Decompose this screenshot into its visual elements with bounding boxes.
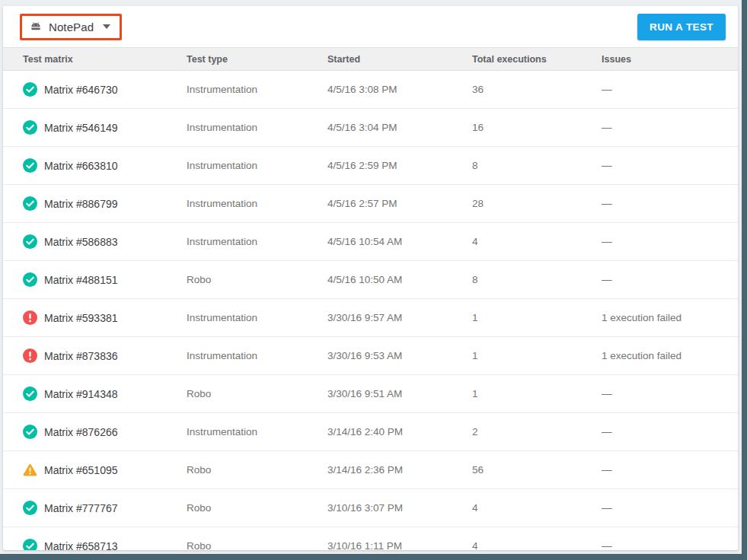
test-type-cell: Robo [187,502,327,514]
table-row[interactable]: Matrix #876266 Instrumentation 3/14/16 2… [3,413,738,451]
test-type-cell: Robo [187,540,327,550]
test-type-cell: Robo [187,464,327,476]
issues-cell: — [602,84,738,95]
issues-cell: — [602,236,738,247]
started-cell: 3/14/16 2:36 PM [327,464,472,476]
table-row[interactable]: Matrix #658713 Robo 3/10/16 1:11 PM 4 — [3,527,738,550]
test-type-cell: Robo [187,388,327,399]
test-type-cell: Instrumentation [187,160,327,171]
column-header-started: Started [327,54,472,65]
table-row[interactable]: Matrix #488151 Robo 4/5/16 10:50 AM 8 — [3,261,738,299]
test-type-cell: Instrumentation [187,122,327,133]
test-type-cell: Instrumentation [187,84,327,95]
started-cell: 4/5/16 2:59 PM [327,160,472,171]
matrix-name: Matrix #777767 [44,502,118,514]
total-executions-cell: 1 [472,388,602,399]
test-matrices-panel: NotePad RUN A TEST Test matrix Test type… [3,6,738,550]
started-cell: 3/10/16 3:07 PM [327,502,472,514]
issues-cell: — [602,160,738,171]
matrix-name: Matrix #658713 [44,540,118,551]
table-row[interactable]: Matrix #651095 Robo 3/14/16 2:36 PM 56 — [3,451,738,489]
total-executions-cell: 4 [472,502,602,514]
total-executions-cell: 28 [472,198,602,209]
issues-cell: — [602,388,738,399]
matrix-name: Matrix #646730 [44,84,118,96]
test-type-cell: Instrumentation [187,198,327,209]
matrix-name: Matrix #886799 [44,198,118,210]
total-executions-cell: 16 [472,122,602,133]
column-header-test-matrix: Test matrix [23,54,187,65]
table-row[interactable]: Matrix #873836 Instrumentation 3/30/16 9… [3,337,738,375]
matrix-name: Matrix #488151 [44,274,118,286]
table-row[interactable]: Matrix #593381 Instrumentation 3/30/16 9… [3,299,738,337]
test-type-cell: Instrumentation [187,236,327,247]
started-cell: 3/30/16 9:57 AM [327,312,472,323]
issues-cell: 1 execution failed [602,350,738,361]
app-selector-dropdown[interactable]: NotePad [22,16,120,38]
success-icon [23,425,37,439]
started-cell: 3/30/16 9:51 AM [327,388,472,399]
total-executions-cell: 1 [472,312,602,323]
warning-icon [23,463,37,477]
matrix-name: Matrix #663810 [44,160,118,172]
error-icon [23,348,37,363]
test-type-cell: Instrumentation [187,312,327,323]
total-executions-cell: 4 [472,540,602,550]
table-row[interactable]: Matrix #914348 Robo 3/30/16 9:51 AM 1 — [3,375,738,413]
total-executions-cell: 8 [472,274,602,285]
success-icon [23,387,37,401]
matrix-name: Matrix #873836 [44,350,118,362]
issues-cell: — [602,122,738,133]
total-executions-cell: 36 [472,84,602,95]
chevron-down-icon [103,24,110,29]
table-row[interactable]: Matrix #586883 Instrumentation 4/5/16 10… [3,223,738,261]
started-cell: 3/30/16 9:53 AM [327,350,472,361]
matrix-name: Matrix #593381 [44,312,118,324]
column-header-issues: Issues [602,54,738,65]
success-icon [23,120,37,135]
started-cell: 3/14/16 2:40 PM [327,426,472,438]
matrix-name: Matrix #651095 [44,464,118,476]
success-icon [23,234,37,249]
started-cell: 4/5/16 3:08 PM [327,84,472,95]
started-cell: 4/5/16 10:54 AM [327,236,472,247]
issues-cell: — [602,502,738,514]
test-type-cell: Instrumentation [187,426,327,438]
table-row[interactable]: Matrix #546149 Instrumentation 4/5/16 3:… [3,109,738,147]
issues-cell: — [602,198,738,209]
toolbar: NotePad RUN A TEST [3,6,738,47]
column-header-test-type: Test type [187,54,327,65]
issues-cell: — [602,464,738,476]
total-executions-cell: 8 [472,160,602,171]
matrix-name: Matrix #586883 [44,236,118,248]
total-executions-cell: 4 [472,236,602,247]
run-a-test-button[interactable]: RUN A TEST [637,14,726,40]
started-cell: 4/5/16 2:57 PM [327,198,472,209]
issues-cell: — [602,274,738,285]
test-type-cell: Robo [187,274,327,285]
test-type-cell: Instrumentation [187,350,327,361]
screenshot-frame: NotePad RUN A TEST Test matrix Test type… [0,0,747,560]
android-icon [29,21,43,33]
issues-cell: — [602,540,738,550]
success-icon [23,82,37,97]
total-executions-cell: 56 [472,464,602,476]
success-icon [23,501,37,515]
total-executions-cell: 2 [472,426,602,438]
success-icon [23,196,37,211]
table-row[interactable]: Matrix #663810 Instrumentation 4/5/16 2:… [3,147,738,185]
started-cell: 3/10/16 1:11 PM [327,540,472,550]
started-cell: 4/5/16 10:50 AM [327,274,472,285]
table-row[interactable]: Matrix #777767 Robo 3/10/16 3:07 PM 4 — [3,489,738,527]
table-row[interactable]: Matrix #886799 Instrumentation 4/5/16 2:… [3,185,738,223]
annotation-highlight-box: NotePad [20,14,122,40]
table-body: Matrix #646730 Instrumentation 4/5/16 3:… [3,71,738,550]
success-icon [23,158,37,173]
issues-cell: 1 execution failed [602,312,738,323]
table-row[interactable]: Matrix #646730 Instrumentation 4/5/16 3:… [3,71,738,109]
started-cell: 4/5/16 3:04 PM [327,122,472,133]
success-icon [23,539,37,550]
matrix-name: Matrix #914348 [44,388,118,400]
matrix-name: Matrix #876266 [44,426,118,438]
error-icon [23,310,37,325]
